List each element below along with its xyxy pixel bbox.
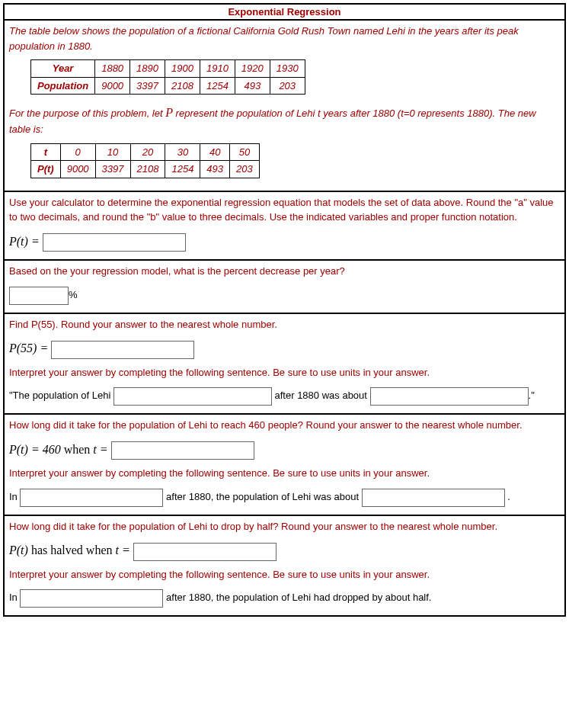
problem-container: Exponential Regression The table below s…: [3, 3, 566, 617]
p55-sentence-input-1[interactable]: [113, 387, 272, 406]
q1-prompt: Use your calculator to determine the exp…: [9, 195, 560, 225]
q4b-prompt: Interpret your answer by completing the …: [9, 466, 560, 481]
q3-prompt: Find P(55). Round your answer to the nea…: [9, 317, 560, 332]
q1-section: Use your calculator to determine the exp…: [5, 192, 564, 261]
page-title: Exponential Regression: [5, 5, 564, 21]
intro-text-2: For the purpose of this problem, let P r…: [9, 104, 560, 137]
percent-decrease-input[interactable]: [9, 287, 69, 305]
q5b-prompt: Interpret your answer by completing the …: [9, 567, 560, 582]
th-t: t: [31, 143, 61, 161]
q3-section: Find P(55). Round your answer to the nea…: [5, 314, 564, 415]
t-pt-table: t 0 10 20 30 40 50 P(t) 9000 3397 2108 1…: [30, 143, 260, 178]
t460-sentence-input-2[interactable]: [362, 489, 505, 507]
s3c-text: .": [529, 390, 535, 402]
pt-eq-label: P(t) =: [9, 235, 43, 248]
t460-input[interactable]: [111, 441, 254, 460]
intro-section: The table below shows the population of …: [5, 21, 564, 192]
s3a-text: "The population of Lehi: [9, 390, 113, 402]
s5a-text: In: [9, 592, 20, 604]
p55-sentence-input-2[interactable]: [370, 387, 529, 406]
q4-section: How long did it take for the population …: [5, 415, 564, 516]
s3b-text: after 1880 was about: [275, 390, 370, 402]
pt460-label-c: t =: [93, 443, 110, 456]
q5-section: How long did it take for the population …: [5, 516, 564, 616]
intro-text-1: The table below shows the population of …: [9, 24, 560, 53]
pt460-label-a: P(t) = 460: [9, 443, 61, 456]
thalf-sentence-input[interactable]: [20, 589, 163, 608]
p55-label: P(55) =: [9, 342, 51, 354]
year-population-table: Year 1880 1890 1900 1910 1920 1930 Popul…: [30, 59, 305, 95]
q5-prompt: How long did it take for the population …: [9, 519, 560, 534]
thalf-input[interactable]: [133, 543, 277, 561]
th-year: Year: [31, 60, 95, 78]
pt-equation-input[interactable]: [43, 233, 186, 252]
q3b-prompt: Interpret your answer by completing the …: [9, 365, 560, 380]
th-pop: Population: [31, 77, 95, 95]
pthalf-a: P(t): [9, 544, 28, 556]
t460-sentence-input-1[interactable]: [20, 489, 163, 507]
q2-section: Based on the your regression model, what…: [5, 261, 564, 314]
p55-input[interactable]: [51, 341, 194, 359]
s4c-text: .: [507, 491, 510, 502]
s5b-text: after 1880, the population of Lehi had d…: [166, 592, 431, 604]
q2-prompt: Based on the your regression model, what…: [9, 264, 560, 279]
s4b-text: after 1880, the population of Lehi was a…: [166, 491, 362, 502]
pt460-label-b: when: [61, 443, 94, 456]
pct-label: %: [69, 289, 78, 300]
th-pt: P(t): [31, 161, 61, 178]
pthalf-b: has halved when: [28, 544, 116, 556]
s4a-text: In: [9, 491, 20, 502]
pthalf-c: t =: [116, 544, 133, 556]
q4-prompt: How long did it take for the population …: [9, 418, 560, 433]
